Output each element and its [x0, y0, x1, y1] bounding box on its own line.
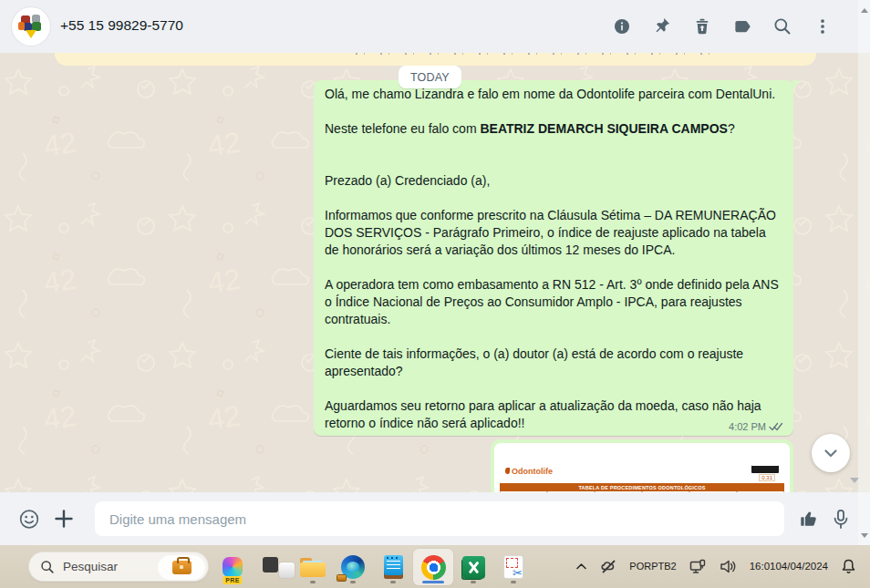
chrome-icon	[421, 555, 446, 580]
taskbar-app-copilot[interactable]: PRE	[212, 549, 253, 585]
taskbar-app-task-view[interactable]	[253, 549, 293, 585]
edge-work-badge-icon	[337, 574, 347, 582]
pin-icon	[652, 16, 672, 36]
contact-avatar[interactable]	[12, 7, 50, 46]
scrollbar-down-arrow[interactable]	[861, 533, 868, 538]
task-view-icon	[263, 557, 278, 573]
chevron-down-icon	[820, 442, 842, 464]
tray-language-switcher[interactable]: POR PTB2	[629, 561, 676, 573]
snipping-tool-icon	[503, 555, 523, 579]
taskbar-app-edge[interactable]	[333, 549, 373, 585]
windows-taskbar: Pesquisar PRE	[0, 545, 870, 588]
running-indicator	[350, 581, 356, 583]
file-explorer-icon	[300, 558, 326, 577]
clipped-banner-text	[356, 53, 711, 55]
info-icon	[612, 16, 632, 36]
excel-icon	[462, 556, 485, 579]
delete-button[interactable]	[691, 15, 713, 37]
speaker-icon	[719, 557, 738, 576]
info-button[interactable]	[611, 15, 633, 37]
search-icon	[772, 16, 792, 36]
label-button[interactable]	[731, 15, 753, 37]
label-tag-icon	[732, 16, 752, 36]
running-indicator	[310, 581, 316, 583]
notice-banner	[55, 53, 816, 66]
leaf-icon	[505, 468, 510, 474]
document-corner-value: 0,31	[759, 474, 775, 481]
emoji-button[interactable]	[18, 508, 40, 530]
puzzle-heart-logo-icon	[16, 11, 47, 42]
taskbar-app-notepad[interactable]	[373, 549, 413, 585]
message-paragraph: Ciente de tais informações, o (a) doutor…	[325, 346, 782, 380]
keyboard-layout: PTB2	[651, 561, 677, 573]
smiley-icon	[18, 507, 40, 531]
language-code: POR	[629, 561, 651, 573]
contact-name-bold: BEATRIZ DEMARCH SIQUEIRA CAMPOS	[480, 121, 727, 136]
running-indicator	[471, 581, 476, 583]
menu-button[interactable]	[812, 15, 834, 37]
tray-expand-button[interactable]	[575, 560, 588, 573]
microphone-icon	[830, 508, 852, 531]
scroll-to-bottom-button[interactable]	[812, 434, 850, 472]
copilot-icon	[223, 557, 243, 577]
pin-button[interactable]	[651, 15, 673, 37]
chat-scroll-area[interactable]: 42 TODAY Olá, me chamo Lizandra e falo e…	[0, 53, 870, 492]
message-paragraph: Neste telefone eu falo com BEATRIZ DEMAR…	[325, 120, 782, 138]
message-text: Olá, me chamo Lizandra e falo em nome da…	[325, 86, 782, 432]
chat-title-phone[interactable]: +55 15 99829-5770	[60, 17, 183, 34]
search-work-chip[interactable]	[158, 555, 205, 580]
delivered-double-check-icon	[769, 422, 783, 432]
tray-date: 04/04/2024	[775, 561, 828, 573]
cloud-slash-icon	[600, 558, 617, 575]
copilot-pre-badge: PRE	[223, 576, 242, 584]
message-timestamp: 4:02 PM	[729, 421, 766, 432]
outgoing-image-bubble[interactable]: Odontolife 0,31 TABELA DE PROCEDIMENTOS …	[491, 439, 793, 492]
message-input[interactable]	[95, 501, 784, 536]
message-composer	[0, 492, 870, 545]
mic-button[interactable]	[830, 508, 852, 530]
taskbar-search[interactable]: Pesquisar	[28, 552, 209, 582]
running-indicator	[390, 581, 396, 583]
document-image-preview[interactable]: Odontolife 0,31 TABELA DE PROCEDIMENTOS …	[494, 443, 790, 492]
tray-onedrive-status[interactable]	[600, 558, 617, 575]
search-icon	[40, 560, 55, 574]
message-paragraph: Prezado (a) Credenciado (a),	[325, 172, 782, 190]
scrollbar-up-arrow[interactable]	[861, 8, 868, 13]
outgoing-message-bubble[interactable]: Olá, me chamo Lizandra e falo em nome da…	[314, 80, 793, 436]
tray-volume[interactable]	[719, 557, 738, 576]
barcode-icon	[751, 465, 779, 473]
odontolife-logo: Odontolife	[505, 467, 553, 476]
briefcase-icon	[172, 561, 192, 574]
notepad-icon	[384, 555, 403, 579]
tray-network[interactable]	[689, 558, 707, 576]
thumbs-up-icon	[799, 507, 821, 531]
like-button[interactable]	[799, 508, 821, 530]
tray-time: 16:01	[750, 561, 776, 573]
taskbar-app-snipping-tool[interactable]	[493, 549, 533, 585]
message-paragraph: Aguardamos seu retorno para aplicar a at…	[325, 397, 782, 432]
chat-header: +55 15 99829-5770	[0, 0, 870, 53]
taskbar-app-file-explorer[interactable]	[293, 549, 333, 585]
search-button[interactable]	[772, 15, 793, 37]
plus-icon	[53, 508, 75, 530]
tray-clock[interactable]: 16:01 04/04/2024	[750, 561, 828, 573]
message-paragraph: Informamos que conforme prescrito na Clá…	[325, 207, 782, 259]
active-app-indicator	[422, 581, 444, 583]
message-paragraph: A operadora tem como embasamento a RN 51…	[325, 276, 782, 328]
tray-notifications[interactable]	[840, 558, 857, 575]
running-indicator	[511, 581, 516, 583]
search-label: Pesquisar	[63, 560, 118, 573]
attach-button[interactable]	[53, 508, 75, 530]
date-chip: TODAY	[399, 66, 461, 88]
chevron-up-icon	[575, 560, 588, 573]
ethernet-network-icon	[689, 558, 707, 576]
trash-icon	[692, 16, 712, 36]
notification-bell-icon	[840, 558, 857, 575]
message-paragraph: Olá, me chamo Lizandra e falo em nome da…	[325, 86, 782, 103]
document-title-bar: TABELA DE PROCEDIMENTOS ODONTOLÓGICOS	[500, 483, 784, 491]
page-scrollbar[interactable]	[858, 0, 870, 545]
taskbar-app-chrome[interactable]	[413, 549, 453, 585]
taskbar-app-excel[interactable]	[453, 549, 493, 585]
kebab-menu-icon	[813, 16, 833, 36]
